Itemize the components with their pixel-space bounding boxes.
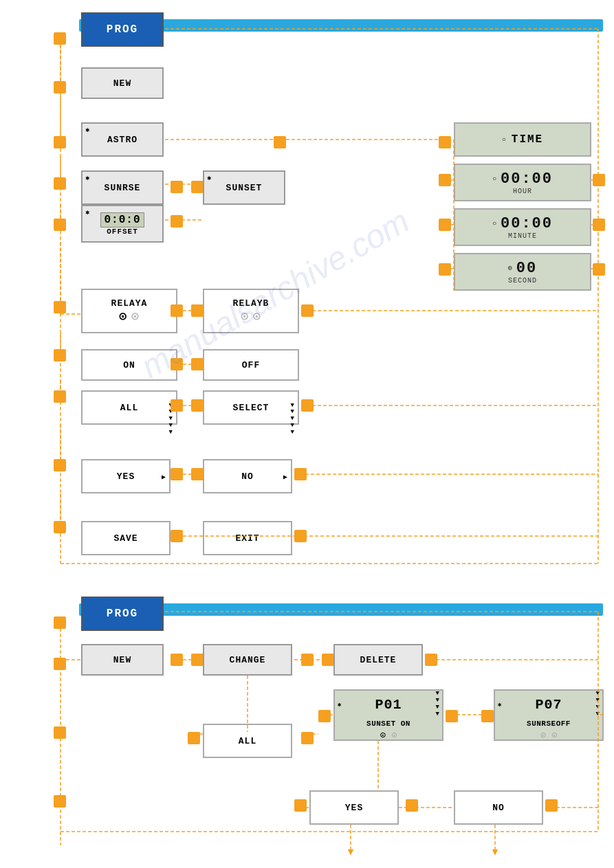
orange-no-right [294, 468, 307, 480]
on-button[interactable]: ON [81, 349, 177, 381]
orange-connector-astro-time [274, 136, 286, 148]
orange-relay-mid [171, 304, 183, 317]
orange-yes-mid2 [191, 468, 204, 480]
orange-connector-7 [54, 349, 66, 361]
orange-yes2-left [294, 799, 307, 812]
orange-hour-left [439, 174, 451, 186]
yes-button-1[interactable]: ▶ YES [81, 459, 171, 493]
hour-box: ○ 00:00 HOUR [454, 164, 591, 201]
orange-on-mid [171, 358, 183, 370]
delete-button[interactable]: DELETE [333, 644, 423, 676]
orange-offset-right [171, 215, 183, 227]
orange-connector-sunrse-sunset2 [191, 181, 204, 193]
all-button-2[interactable]: ALL [203, 724, 292, 758]
orange-relay-right [301, 304, 314, 317]
orange-p01-p07-right [481, 710, 494, 722]
off-button[interactable]: OFF [203, 349, 299, 381]
orange-change-delete2 [322, 654, 334, 666]
time-box: ○ TIME [454, 122, 591, 157]
relay-a-box: RELAYA ⊙ ⊙ [81, 289, 177, 333]
orange-hour-right [593, 174, 605, 186]
orange-select-right [301, 399, 314, 412]
sunrise-button[interactable]: ✱ SUNRSE [81, 170, 164, 205]
orange-new-change2 [191, 654, 204, 666]
orange-s2-2 [54, 658, 66, 670]
orange-second-left [439, 263, 451, 276]
orange-all2-right [301, 732, 314, 744]
orange-connector-5 [54, 219, 66, 231]
orange-on-mid2 [191, 358, 204, 370]
orange-relay-mid2 [191, 304, 204, 317]
orange-p01-p07-left [446, 710, 458, 722]
orange-all2-left [188, 732, 200, 744]
prog1-display: ✱ P01 ▼▼▼▼ SUNSET ON ⊙ ⊙ [333, 689, 443, 741]
orange-connector-time-left [439, 136, 451, 148]
orange-yes2-no2 [406, 799, 418, 812]
orange-no2-right [545, 799, 558, 812]
orange-s2-1 [54, 616, 66, 629]
new-button-1[interactable]: NEW [81, 67, 164, 99]
all-button-1[interactable]: ALL ▼▼▼▼▼ [81, 390, 177, 425]
orange-connector-1 [54, 32, 66, 45]
orange-connector-sunrse-sunset [171, 181, 183, 193]
yes-button-2[interactable]: YES [309, 790, 399, 825]
orange-connector-9 [54, 459, 66, 471]
orange-yes-mid [171, 468, 183, 480]
orange-s2-3 [54, 726, 66, 739]
orange-connector-3 [54, 136, 66, 148]
orange-connector-8 [54, 390, 66, 403]
select-button[interactable]: SELECT ▼▼▼▼▼ [203, 390, 299, 425]
no-button-1[interactable]: ▶ NO [203, 459, 292, 493]
relay-b-box: RELAYB ⊙ ⊙ [203, 289, 299, 333]
orange-exit-right [294, 530, 307, 542]
astro-button[interactable]: ✱ ASTRO [81, 122, 164, 157]
orange-connector-4 [54, 177, 66, 190]
orange-connector-6 [54, 301, 66, 313]
orange-minute-left [439, 219, 451, 231]
orange-minute-right [593, 219, 605, 231]
offset-box[interactable]: ✱ 0:0:0 OFFSET [81, 205, 164, 243]
second-box: ⊙ 00 SECOND [454, 253, 591, 291]
prog-button-1[interactable]: PROG [81, 12, 164, 47]
orange-connector-2 [54, 81, 66, 93]
orange-new-change [171, 654, 183, 666]
orange-connector-10 [54, 521, 66, 533]
sunset-button[interactable]: ✱ SUNSET [203, 170, 285, 205]
orange-delete-right [425, 654, 437, 666]
exit-button[interactable]: EXIT [203, 521, 292, 555]
orange-all-mid2 [191, 399, 204, 412]
orange-s2-4 [54, 795, 66, 808]
orange-all-mid [171, 399, 183, 412]
new-button-2[interactable]: NEW [81, 644, 164, 676]
orange-second-right [593, 263, 605, 276]
no-button-2[interactable]: NO [454, 790, 543, 825]
minute-box: ○ 00:00 MINUTE [454, 208, 591, 246]
save-button[interactable]: SAVE [81, 521, 171, 555]
orange-change-delete [301, 654, 314, 666]
orange-save-mid [171, 530, 183, 542]
orange-p01-left [318, 710, 331, 722]
prog7-display: ✱ P07 ▼▼▼▼ SUNRSEOFF ⊙ ⊙ [494, 689, 604, 741]
change-button[interactable]: CHANGE [203, 644, 292, 676]
prog-button-2[interactable]: PROG [81, 597, 164, 631]
